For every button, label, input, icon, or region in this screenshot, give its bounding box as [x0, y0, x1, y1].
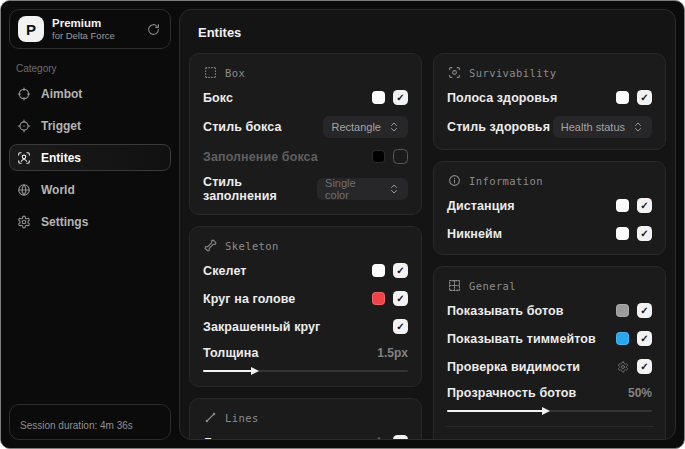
color-swatch[interactable] [616, 227, 629, 240]
sidebar-item-label: Trigget [41, 119, 81, 133]
color-swatch[interactable] [616, 91, 629, 104]
sidebar-nav: Aimbot Trigget Entites World Settings [9, 80, 171, 235]
sidebar-item-label: World [41, 183, 75, 197]
sidebar-item-entites[interactable]: Entites [9, 144, 171, 171]
sidebar-item-aimbot[interactable]: Aimbot [9, 80, 171, 107]
panel-title: Information [469, 175, 543, 187]
slider-value: 50% [628, 386, 652, 400]
focus-icon [448, 66, 461, 79]
info-icon [448, 174, 461, 187]
box-select-icon [204, 66, 217, 79]
fill-style-dropdown[interactable]: Single color [317, 178, 408, 200]
color-swatch[interactable] [616, 199, 629, 212]
bot-opacity-slider[interactable] [447, 407, 652, 415]
slider-label-row: Макс. дистанция 300m [447, 437, 652, 440]
session-duration: Session duration: 4m 36s [20, 420, 133, 431]
setting-row: Стиль здоровья Health status [447, 116, 652, 138]
color-swatch[interactable] [616, 332, 629, 345]
color-swatch[interactable] [616, 304, 629, 317]
brand-title: Premium [52, 16, 115, 30]
person-scan-icon [17, 151, 31, 165]
chevrons-up-down-icon [632, 121, 644, 133]
refresh-icon[interactable] [145, 21, 162, 38]
brand-logo: P [18, 16, 44, 42]
checkbox[interactable] [393, 435, 408, 440]
globe-icon [17, 183, 31, 197]
session-card: Session duration: 4m 36s [9, 404, 171, 440]
panel-information: Information Дистанция Никнейм [433, 161, 666, 255]
setting-row: Никнейм [447, 224, 652, 243]
setting-row: Проверка видимости [447, 357, 652, 376]
setting-row: Закрашенный круг [203, 317, 408, 336]
panel-title: Box [225, 67, 245, 79]
setting-row: Дистанция [447, 196, 652, 215]
slider-value: 1.5px [377, 346, 408, 360]
slider-label-row: Прозрачность ботов 50% [447, 386, 652, 400]
panel-general: General Показывать ботов Показывать тимм… [433, 266, 666, 440]
app-window: P Premium for Delta Force Category Aimbo… [0, 0, 685, 449]
panel-box: Box Бокс Стиль бокса Rectangle [189, 53, 422, 215]
checkbox[interactable] [637, 198, 652, 213]
sidebar-item-label: Aimbot [41, 87, 82, 101]
sidebar-item-trigget[interactable]: Trigget [9, 112, 171, 139]
panel-skeleton: Skeleton Скелет Круг на голове [189, 226, 422, 387]
box-style-dropdown[interactable]: Rectangle [323, 116, 408, 138]
category-label: Category [16, 63, 171, 74]
sidebar: P Premium for Delta Force Category Aimbo… [1, 1, 179, 448]
checkbox[interactable] [637, 331, 652, 346]
setting-row: Показывать ботов [447, 301, 652, 320]
health-style-dropdown[interactable]: Health status [553, 116, 652, 138]
sidebar-item-label: Entites [41, 151, 81, 165]
setting-row: Стиль бокса Rectangle [203, 116, 408, 138]
thickness-slider[interactable] [203, 367, 408, 375]
gear-icon [17, 215, 31, 229]
bone-icon [204, 239, 217, 252]
divider [445, 426, 654, 427]
panel-survivability: Survivability Полоса здоровья Стиль здор… [433, 53, 666, 150]
slider-label-row: Толщина 1.5px [203, 346, 408, 360]
panel-title: Survivability [469, 67, 556, 79]
checkbox[interactable] [393, 263, 408, 278]
panel-title: Lines [225, 412, 259, 424]
checkbox[interactable] [637, 226, 652, 241]
setting-row: Линия до врага [203, 433, 408, 440]
checkbox[interactable] [637, 303, 652, 318]
checkbox[interactable] [393, 149, 408, 164]
color-swatch[interactable] [372, 292, 385, 305]
crosshair-icon [17, 87, 31, 101]
setting-row: Круг на голове [203, 289, 408, 308]
checkbox[interactable] [393, 319, 408, 334]
panel-title: Skeleton [225, 240, 279, 252]
page-title: Entites [198, 25, 666, 40]
checkbox[interactable] [637, 90, 652, 105]
grid-icon [448, 279, 461, 292]
color-swatch[interactable] [372, 264, 385, 277]
brand-subtitle: for Delta Force [52, 30, 115, 42]
main-content: Entites Box Бокс [179, 9, 676, 440]
color-swatch[interactable] [372, 150, 385, 163]
checkbox[interactable] [637, 359, 652, 374]
setting-row: Скелет [203, 261, 408, 280]
sidebar-item-settings[interactable]: Settings [9, 208, 171, 235]
slider-value: 300m [621, 437, 652, 440]
panel-title: General [469, 280, 516, 292]
chevrons-up-down-icon [388, 183, 400, 195]
gear-icon[interactable] [617, 361, 629, 373]
line-icon [204, 411, 217, 424]
sidebar-item-world[interactable]: World [9, 176, 171, 203]
checkbox[interactable] [393, 90, 408, 105]
brand-card: P Premium for Delta Force [9, 9, 171, 49]
sidebar-item-label: Settings [41, 215, 88, 229]
trigger-icon [17, 119, 31, 133]
setting-row: Бокс [203, 88, 408, 107]
setting-row: Показывать тиммейтов [447, 329, 652, 348]
checkbox[interactable] [393, 291, 408, 306]
gear-icon[interactable] [373, 437, 385, 441]
color-swatch[interactable] [372, 91, 385, 104]
setting-row: Стиль заполнения Single color [203, 175, 408, 203]
panel-lines: Lines Линия до врага Линия взгляда [189, 398, 422, 440]
setting-row: Заполнение бокса [203, 147, 408, 166]
chevrons-up-down-icon [388, 121, 400, 133]
setting-row: Полоса здоровья [447, 88, 652, 107]
